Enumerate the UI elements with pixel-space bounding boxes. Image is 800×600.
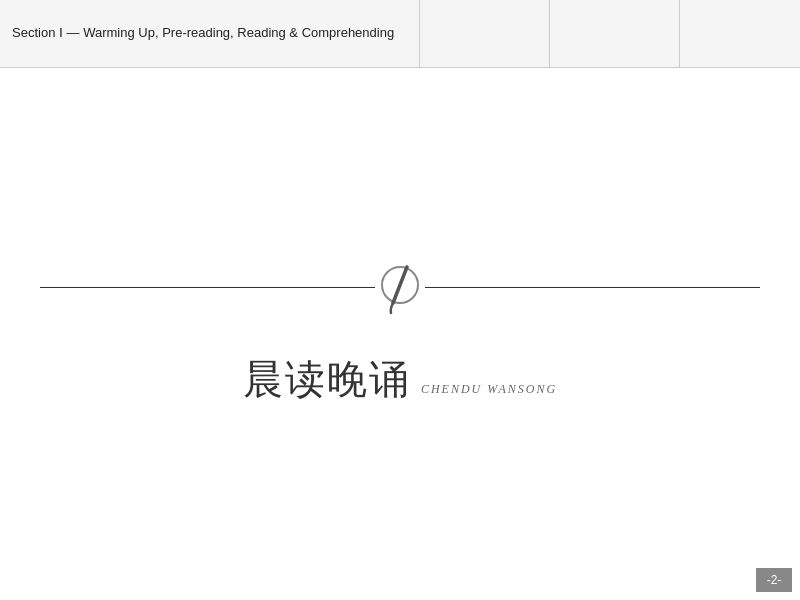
svg-line-1 xyxy=(393,267,407,303)
divider-section xyxy=(40,262,760,312)
chinese-title-text: 晨读晚诵 xyxy=(243,352,411,407)
title-block: 晨读晚诵 CHENDU WANSONG xyxy=(243,352,557,407)
page-number: -2- xyxy=(756,568,792,592)
logo-circle xyxy=(375,262,425,312)
logo-icon xyxy=(377,259,423,315)
main-content: 晨读晚诵 CHENDU WANSONG xyxy=(0,68,800,600)
section-title: Section Ⅰ — Warming Up, Pre-reading, Rea… xyxy=(12,24,394,42)
header-cell-4 xyxy=(680,0,800,67)
english-subtitle-text: CHENDU WANSONG xyxy=(421,382,557,397)
header-cell-1: Section Ⅰ — Warming Up, Pre-reading, Rea… xyxy=(0,0,420,67)
header-cell-2 xyxy=(420,0,550,67)
header-bar: Section Ⅰ — Warming Up, Pre-reading, Rea… xyxy=(0,0,800,68)
header-cell-3 xyxy=(550,0,680,67)
